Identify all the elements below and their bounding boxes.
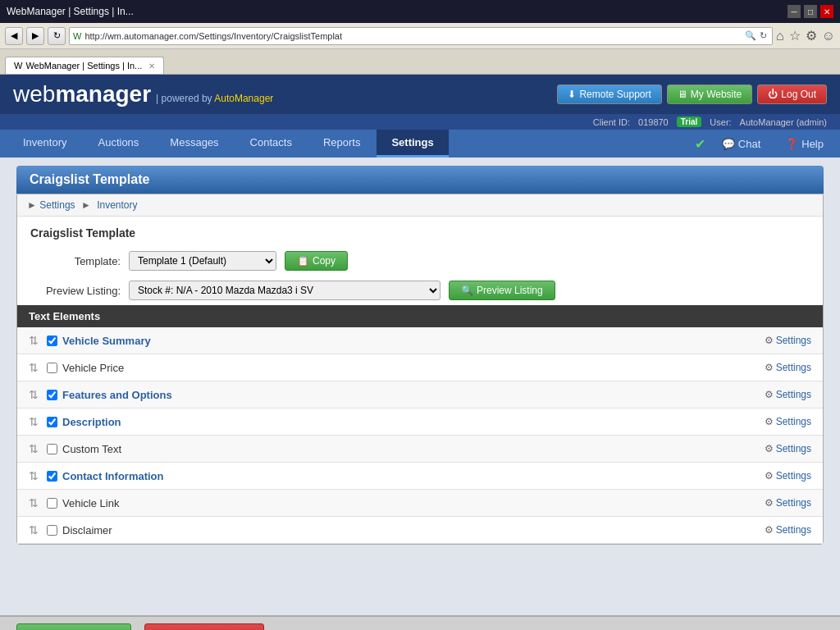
log-out-button[interactable]: ⏻ Log Out [757, 84, 827, 104]
active-tab[interactable]: W WebManager | Settings | In... ✕ [5, 57, 164, 74]
checkbox-vehicle-summary[interactable] [47, 336, 57, 346]
preview-listing-select[interactable]: Stock #: N/A - 2010 Mazda Mazda3 i SV [129, 281, 441, 300]
breadcrumb: ► Settings ► Inventory [17, 194, 823, 217]
checkbox-description[interactable] [47, 417, 57, 427]
tools-icon[interactable]: ⚙ [806, 28, 817, 43]
my-website-label: My Website [691, 89, 742, 100]
breadcrumb-sep1: ► [81, 199, 91, 211]
footer-bar: ✔ Save Changes ✖ Reset Template [0, 615, 840, 630]
tab-close-icon[interactable]: ✕ [148, 62, 155, 71]
user-value: AutoManager (admin) [740, 117, 827, 127]
drag-handle-1[interactable]: ⇅ [29, 334, 39, 347]
nav-right: ✔ 💬 Chat ❓ Help [695, 131, 832, 157]
preview-icon: 🔍 [461, 285, 473, 296]
maximize-button[interactable]: □ [804, 5, 817, 18]
nav-chat[interactable]: 💬 Chat [714, 131, 769, 157]
element-row-2: ⇅ Vehicle Price ⚙ Settings [17, 354, 823, 381]
nav-inventory[interactable]: Inventory [8, 130, 81, 158]
copy-button[interactable]: 📋 Copy [285, 251, 348, 271]
settings-link-features-options[interactable]: ⚙ Settings [765, 389, 811, 400]
settings-link-description[interactable]: ⚙ Settings [765, 416, 811, 427]
address-search-icon[interactable]: 🔍 [743, 30, 758, 41]
client-id-value: 019870 [638, 117, 669, 127]
drag-handle-2[interactable]: ⇅ [29, 361, 39, 374]
website-icon: 🖥 [678, 89, 687, 100]
title-bar-controls: ─ □ ✕ [788, 5, 833, 18]
element-row-3: ⇅ Features and Options ⚙ Settings [17, 381, 823, 409]
element-name-disclaimer: Disclaimer [62, 524, 413, 536]
settings-link-label-5: Settings [776, 443, 811, 454]
template-row: Template: Template 1 (Default) 📋 Copy [17, 246, 823, 276]
my-website-button[interactable]: 🖥 My Website [667, 84, 752, 104]
drag-handle-5[interactable]: ⇅ [29, 442, 39, 455]
page-title-bar: Craigslist Template [16, 166, 824, 194]
gear-icon-1: ⚙ [765, 335, 774, 346]
copy-icon: 📋 [297, 255, 309, 267]
settings-link-contact-information[interactable]: ⚙ Settings [765, 470, 811, 482]
star-icon[interactable]: ☆ [789, 28, 801, 43]
checkbox-contact-information[interactable] [47, 471, 57, 482]
drag-handle-6[interactable]: ⇅ [29, 469, 39, 482]
address-refresh-icon[interactable]: ↻ [758, 30, 769, 41]
drag-handle-3[interactable]: ⇅ [29, 388, 39, 401]
home-icon[interactable]: ⌂ [776, 29, 784, 43]
nav-auctions[interactable]: Auctions [83, 130, 153, 158]
gear-icon-6: ⚙ [765, 470, 774, 482]
address-bar[interactable]: W http://wm.automanager.com/Settings/Inv… [69, 27, 773, 45]
nav-help[interactable]: ❓ Help [777, 131, 832, 157]
element-name-vehicle-price: Vehicle Price [62, 362, 413, 374]
checkbox-vehicle-price[interactable] [47, 363, 57, 373]
settings-link-disclaimer[interactable]: ⚙ Settings [765, 524, 811, 536]
breadcrumb-arrow1: ► [27, 199, 37, 211]
breadcrumb-settings[interactable]: Settings [39, 199, 75, 211]
close-button[interactable]: ✕ [820, 5, 833, 18]
settings-link-label-3: Settings [776, 389, 811, 400]
refresh-button[interactable]: ↻ [48, 27, 66, 45]
checkbox-vehicle-link[interactable] [47, 498, 57, 509]
template-select[interactable]: Template 1 (Default) [129, 251, 276, 271]
element-name-custom-text: Custom Text [62, 443, 413, 455]
drag-handle-7[interactable]: ⇅ [29, 496, 39, 509]
checkbox-disclaimer[interactable] [47, 525, 57, 536]
forward-button[interactable]: ▶ [26, 27, 44, 45]
drag-handle-4[interactable]: ⇅ [29, 415, 39, 428]
element-row-4: ⇅ Description ⚙ Settings [17, 409, 823, 436]
save-changes-button[interactable]: ✔ Save Changes [16, 623, 131, 630]
app-wrapper: webmanager | powered by AutoManager ⬇ Re… [0, 75, 840, 630]
minimize-button[interactable]: ─ [788, 5, 801, 18]
checkbox-custom-text[interactable] [47, 444, 57, 454]
brand-name: AutoManager [214, 93, 273, 104]
user-label: User: [710, 117, 731, 127]
app-logo-area: webmanager | powered by AutoManager [13, 81, 273, 107]
app-header: webmanager | powered by AutoManager ⬇ Re… [0, 75, 840, 114]
element-row-5: ⇅ Custom Text ⚙ Settings [17, 436, 823, 463]
checkbox-features-options[interactable] [47, 390, 57, 400]
nav-messages[interactable]: Messages [155, 130, 233, 158]
remote-support-button[interactable]: ⬇ Remote Support [557, 84, 661, 104]
reset-template-button[interactable]: ✖ Reset Template [144, 623, 264, 630]
drag-handle-8[interactable]: ⇅ [29, 523, 39, 536]
text-elements-header: Text Elements [17, 305, 823, 327]
client-bar: Client ID: 019870 Trial User: AutoManage… [0, 114, 840, 130]
nav-reports[interactable]: Reports [308, 130, 376, 158]
settings-link-vehicle-summary[interactable]: ⚙ Settings [765, 335, 811, 346]
settings-link-custom-text[interactable]: ⚙ Settings [765, 443, 811, 454]
back-button[interactable]: ◀ [5, 27, 23, 45]
smiley-icon[interactable]: ☺ [822, 29, 835, 43]
element-name-contact-information: Contact Information [62, 470, 413, 482]
settings-link-label-2: Settings [776, 362, 811, 373]
template-label: Template: [30, 255, 121, 267]
breadcrumb-inventory[interactable]: Inventory [97, 199, 137, 211]
settings-link-label-6: Settings [776, 470, 811, 482]
gear-icon-5: ⚙ [765, 443, 774, 454]
nav-settings[interactable]: Settings [377, 130, 448, 158]
gear-icon-8: ⚙ [765, 524, 774, 536]
element-row-8: ⇅ Disclaimer ⚙ Settings [17, 517, 823, 544]
preview-listing-btn-label: Preview Listing [477, 285, 543, 296]
preview-listing-button[interactable]: 🔍 Preview Listing [449, 281, 555, 300]
trial-badge: Trial [677, 116, 702, 127]
nav-contacts[interactable]: Contacts [235, 130, 307, 158]
settings-link-vehicle-link[interactable]: ⚙ Settings [765, 497, 811, 509]
element-name-description: Description [62, 416, 413, 428]
settings-link-vehicle-price[interactable]: ⚙ Settings [765, 362, 811, 373]
